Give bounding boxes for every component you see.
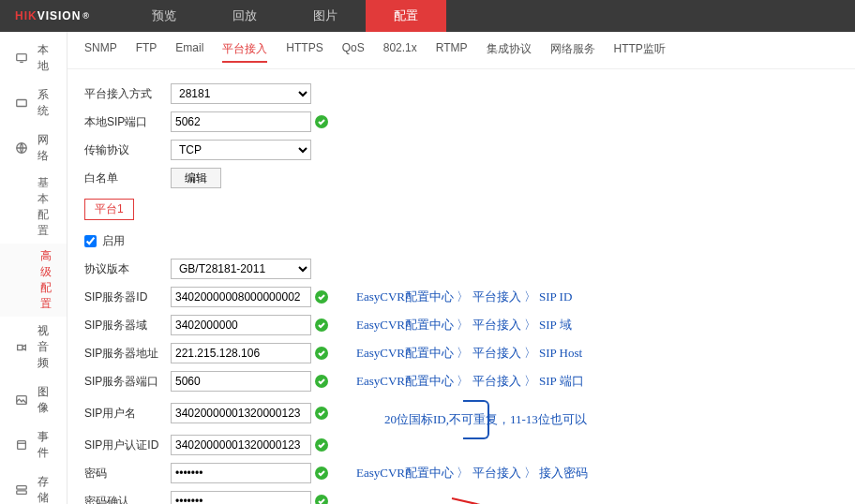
svg-rect-0 (17, 54, 27, 61)
topnav-preview[interactable]: 预览 (124, 0, 204, 32)
proto-ver-label: 协议版本 (84, 261, 171, 277)
check-icon (315, 438, 328, 452)
subtab-snmp[interactable]: SNMP (84, 41, 117, 63)
note-pwd: EasyCVR配置中心 〉 平台接入 〉 接入密码 (356, 465, 588, 482)
sip-port-label: SIP服务器端口 (84, 374, 171, 390)
content-area: SNMP FTP Email 平台接入 HTTPS QoS 802.1x RTM… (68, 32, 855, 504)
pwd2-input[interactable] (171, 491, 311, 504)
sip-domain-label: SIP服务器域 (84, 318, 171, 334)
logo-vision: VISION (38, 9, 82, 22)
sidebar: 本地 系统 网络 基本配置 高级配置 视音频 图像 事件 存储 (0, 32, 68, 504)
sidebar-system[interactable]: 系统 (0, 81, 67, 126)
check-icon (315, 407, 328, 420)
pwd-label: 密码 (84, 466, 171, 482)
event-icon (15, 438, 28, 452)
sidebar-system-label: 系统 (38, 87, 52, 119)
sidebar-event[interactable]: 事件 (0, 422, 67, 467)
sidebar-storage[interactable]: 存储 (0, 467, 67, 504)
local-sip-port-label: 本地SIP端口 (84, 114, 171, 130)
local-sip-port-input[interactable] (171, 111, 311, 132)
proto-ver-select[interactable]: GB/T28181-2011 (171, 259, 311, 279)
sip-port-input[interactable] (171, 371, 311, 392)
subtab-integration[interactable]: 集成协议 (487, 41, 532, 63)
svg-rect-1 (17, 100, 27, 107)
transport-label: 传输协议 (84, 142, 171, 158)
access-mode-label: 平台接入方式 (84, 86, 171, 102)
subtab-httplisten[interactable]: HTTP监听 (614, 41, 666, 63)
topnav-picture[interactable]: 图片 (285, 0, 366, 32)
subtab-email[interactable]: Email (175, 41, 203, 63)
topnav-playback[interactable]: 回放 (204, 0, 285, 32)
subtab-8021x[interactable]: 802.1x (383, 41, 417, 63)
brand-logo: HIKVISION® (0, 0, 105, 32)
note-sip-id: EasyCVR配置中心 〉 平台接入 〉 SIP ID (356, 289, 572, 305)
sidebar-local[interactable]: 本地 (0, 36, 67, 81)
top-header: HIKVISION® 预览 回放 图片 配置 (0, 0, 855, 32)
sip-addr-input[interactable] (171, 343, 311, 363)
sip-authid-label: SIP用户认证ID (84, 437, 171, 453)
check-icon (315, 467, 328, 480)
system-icon (15, 96, 28, 110)
subtab-qos[interactable]: QoS (342, 41, 365, 63)
sidebar-advanced-config[interactable]: 高级配置 (0, 244, 67, 317)
sidebar-storage-label: 存储 (38, 474, 52, 504)
sidebar-va-label: 视音频 (38, 323, 52, 371)
sip-user-input[interactable] (171, 403, 311, 423)
pwd-input[interactable] (171, 463, 311, 483)
av-icon (15, 341, 28, 354)
subtab-rtmp[interactable]: RTMP (436, 41, 468, 63)
logo-reg: ® (82, 11, 90, 21)
sip-server-id-label: SIP服务器ID (84, 289, 171, 305)
whitelist-label: 白名单 (84, 170, 171, 186)
sidebar-network-label: 网络 (38, 132, 52, 164)
sidebar-va[interactable]: 视音频 (0, 317, 67, 378)
top-nav: 预览 回放 图片 配置 (124, 0, 446, 32)
subtab-platform[interactable]: 平台接入 (222, 41, 267, 63)
platform-form: 平台接入方式28181 本地SIP端口 传输协议TCP 白名单编辑 平台1 启用… (68, 69, 855, 504)
sidebar-network[interactable]: 网络 (0, 126, 67, 170)
globe-icon (15, 141, 28, 155)
transport-select[interactable]: TCP (171, 140, 311, 160)
check-icon (315, 495, 328, 504)
image-icon (15, 393, 28, 407)
platform1-tab[interactable]: 平台1 (84, 199, 134, 220)
pwd2-label: 密码确认 (84, 494, 171, 505)
sip-authid-input[interactable] (171, 435, 311, 455)
note-sip-port: EasyCVR配置中心 〉 平台接入 〉 SIP 端口 (356, 373, 584, 390)
subtab-ftp[interactable]: FTP (136, 41, 158, 63)
monitor-icon (15, 52, 28, 65)
check-icon (315, 347, 328, 360)
sidebar-event-label: 事件 (38, 429, 52, 461)
storage-icon (15, 483, 28, 497)
sidebar-basic-config[interactable]: 基本配置 (0, 170, 67, 244)
svg-rect-5 (17, 486, 27, 490)
enable-checkbox[interactable] (84, 235, 97, 247)
svg-rect-4 (18, 441, 26, 450)
sip-user-label: SIP用户名 (84, 406, 171, 422)
check-icon (315, 115, 328, 128)
check-icon (315, 375, 328, 388)
whitelist-edit-button[interactable]: 编辑 (171, 168, 221, 188)
check-icon (315, 319, 328, 332)
check-icon (315, 290, 328, 304)
sip-addr-label: SIP服务器地址 (84, 346, 171, 362)
subtab-https[interactable]: HTTPS (286, 41, 322, 63)
note-sip-domain: EasyCVR配置中心 〉 平台接入 〉 SIP 域 (356, 317, 572, 334)
sip-server-id-input[interactable] (171, 287, 311, 307)
enable-label: 启用 (102, 233, 125, 249)
subtab-bar: SNMP FTP Email 平台接入 HTTPS QoS 802.1x RTM… (68, 32, 855, 69)
svg-rect-6 (17, 491, 27, 495)
access-mode-select[interactable]: 28181 (171, 83, 311, 104)
sidebar-local-label: 本地 (38, 42, 52, 74)
sip-domain-input[interactable] (171, 315, 311, 335)
logo-hik: HIK (15, 9, 38, 22)
note-sip-host: EasyCVR配置中心 〉 平台接入 〉 SIP Host (356, 345, 582, 362)
topnav-config[interactable]: 配置 (366, 0, 446, 32)
subtab-netsvc[interactable]: 网络服务 (550, 41, 595, 63)
sidebar-image[interactable]: 图像 (0, 378, 67, 422)
sidebar-image-label: 图像 (38, 384, 52, 416)
